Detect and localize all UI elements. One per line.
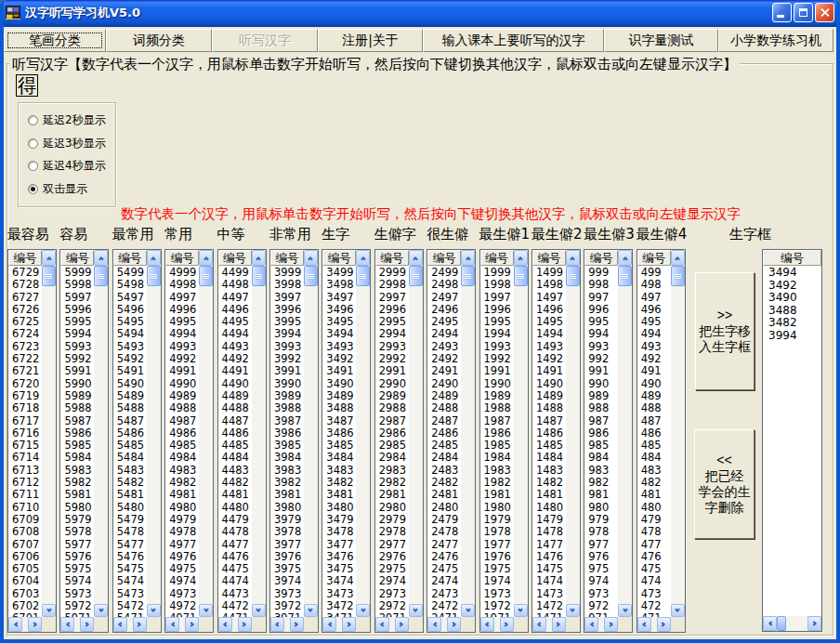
list-item[interactable]: 5493	[113, 341, 147, 353]
column-header[interactable]: 编号	[113, 250, 147, 266]
scroll-up-button[interactable]	[514, 250, 528, 266]
list-item[interactable]: 6722	[8, 353, 42, 365]
list-item[interactable]: 1483	[532, 465, 566, 477]
move-to-newwords-button[interactable]: >> 把生字移 入生字框	[695, 272, 755, 390]
list-item[interactable]: 2489	[427, 390, 461, 402]
list-item[interactable]: 4476	[218, 551, 252, 563]
list-item[interactable]: 1984	[480, 452, 514, 464]
radio-option-4[interactable]: 双击显示	[28, 181, 115, 197]
list-item[interactable]: 5491	[113, 365, 147, 377]
list-item[interactable]: 3997	[270, 292, 304, 304]
list-item[interactable]: 3491	[322, 365, 356, 377]
scrollbar-track[interactable]	[514, 286, 528, 604]
list-item[interactable]: 5498	[113, 279, 147, 291]
list-item[interactable]: 1977	[480, 539, 514, 551]
vertical-scrollbar[interactable]	[356, 266, 370, 617]
list-item[interactable]: 1990	[480, 378, 514, 390]
vertical-scrollbar[interactable]	[618, 266, 632, 617]
list-item[interactable]: 2977	[375, 539, 409, 551]
scroll-right-button[interactable]	[80, 617, 94, 632]
horizontal-scrollbar[interactable]	[637, 617, 685, 632]
scroll-down-button[interactable]	[147, 604, 161, 617]
scroll-up-button[interactable]	[618, 250, 632, 266]
scroll-up-button[interactable]	[199, 250, 213, 266]
list-item[interactable]: 2994	[375, 328, 409, 340]
scroll-left-button[interactable]	[584, 617, 598, 632]
scroll-up-button[interactable]	[566, 250, 580, 266]
horizontal-scrollbar[interactable]	[270, 617, 318, 632]
vertical-scrollbar[interactable]	[566, 266, 580, 617]
scrollbar-track[interactable]	[232, 617, 238, 632]
scrollbar-thumb[interactable]	[94, 266, 108, 286]
list-item[interactable]: 2983	[375, 465, 409, 477]
list-item[interactable]: 3497	[322, 292, 356, 304]
list-item[interactable]: 5980	[60, 502, 94, 514]
list-item[interactable]: 6721	[8, 365, 42, 377]
column-header[interactable]: 编号	[584, 250, 618, 266]
list-item[interactable]: 2487	[427, 415, 461, 427]
number-list[interactable]: 5999599859975996599559945993599259915990…	[60, 266, 94, 617]
list-item[interactable]: 2488	[427, 402, 461, 414]
list-item[interactable]: 5988	[60, 402, 94, 414]
list-item[interactable]: 3994	[765, 330, 821, 343]
list-item[interactable]: 3488	[765, 305, 821, 318]
column-header[interactable]: 编号	[165, 250, 199, 266]
list-item[interactable]: 987	[584, 415, 618, 427]
list-item[interactable]: 5996	[60, 304, 94, 316]
list-item[interactable]: 6706	[8, 551, 42, 563]
list-item[interactable]: 1497	[532, 292, 566, 304]
list-item[interactable]: 3977	[270, 539, 304, 551]
scroll-left-button[interactable]	[532, 617, 546, 632]
list-item[interactable]: 3482	[322, 477, 356, 489]
list-item[interactable]: 1983	[480, 465, 514, 477]
scrollbar-thumb[interactable]	[409, 266, 423, 286]
list-item[interactable]: 6710	[8, 502, 42, 514]
list-item[interactable]: 985	[584, 440, 618, 452]
scroll-left-button[interactable]	[218, 617, 232, 632]
list-item[interactable]: 2982	[375, 477, 409, 489]
list-item[interactable]: 1475	[532, 563, 566, 575]
list-item[interactable]: 1481	[532, 489, 566, 501]
list-item[interactable]: 5972	[60, 600, 94, 612]
list-item[interactable]: 1998	[480, 279, 514, 291]
list-item[interactable]: 4996	[165, 304, 199, 316]
list-item[interactable]: 5979	[60, 514, 94, 526]
scroll-down-button[interactable]	[514, 604, 528, 617]
list-item[interactable]: 3492	[322, 353, 356, 365]
list-item[interactable]: 6714	[8, 452, 42, 464]
column-header[interactable]: 编号	[8, 250, 42, 266]
list-item[interactable]: 3992	[270, 353, 304, 365]
list-item[interactable]: 6709	[8, 514, 42, 526]
list-item[interactable]: 2984	[375, 452, 409, 464]
list-item[interactable]: 1477	[532, 539, 566, 551]
list-item[interactable]: 1479	[532, 514, 566, 526]
list-item[interactable]: 6708	[8, 526, 42, 538]
list-item[interactable]: 3474	[322, 575, 356, 587]
list-item[interactable]: 991	[584, 365, 618, 377]
list-item[interactable]: 4979	[165, 514, 199, 526]
column-header[interactable]: 编号	[218, 250, 252, 266]
list-item[interactable]: 3496	[322, 304, 356, 316]
list-item[interactable]: 6729	[8, 267, 42, 279]
list-item[interactable]: 4991	[165, 365, 199, 377]
list-item[interactable]: 494	[637, 328, 671, 340]
list-item[interactable]: 3996	[270, 304, 304, 316]
list-item[interactable]: 3974	[270, 575, 304, 587]
list-item[interactable]: 2992	[375, 353, 409, 365]
horizontal-scrollbar[interactable]	[165, 617, 213, 632]
list-item[interactable]: 2497	[427, 292, 461, 304]
scroll-up-button[interactable]	[304, 250, 318, 266]
list-item[interactable]: 1485	[532, 440, 566, 452]
list-item[interactable]: 3976	[270, 551, 304, 563]
list-item[interactable]: 2972	[375, 600, 409, 612]
list-item[interactable]: 3495	[322, 316, 356, 328]
list-item[interactable]: 476	[637, 551, 671, 563]
list-item[interactable]: 988	[584, 402, 618, 414]
list-item[interactable]: 5983	[60, 465, 94, 477]
scrollbar-thumb[interactable]	[514, 266, 528, 286]
list-item[interactable]: 5481	[113, 489, 147, 501]
scrollbar-thumb[interactable]	[777, 616, 786, 631]
list-item[interactable]: 3482	[765, 317, 821, 330]
list-item[interactable]: 4487	[218, 415, 252, 427]
list-item[interactable]: 3972	[270, 600, 304, 612]
